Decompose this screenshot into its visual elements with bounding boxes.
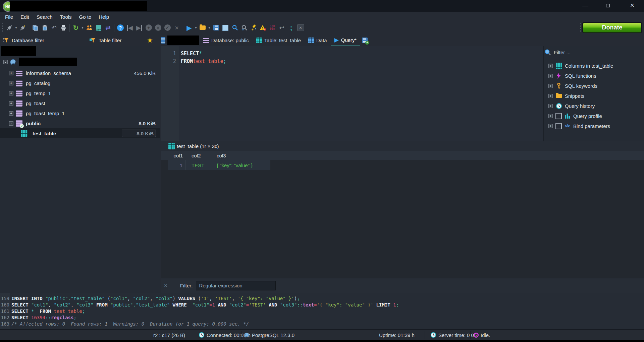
database-filter[interactable]: Database filter	[3, 34, 44, 46]
snippet-button[interactable]	[221, 23, 230, 33]
helper-item-query-history[interactable]: + Query history	[544, 101, 644, 111]
pg-toast-expander[interactable]: +	[9, 101, 13, 106]
clear-query-button[interactable]: ×	[296, 23, 305, 33]
undo-icon: ↶	[51, 25, 56, 31]
restore-button[interactable]	[600, 0, 616, 11]
connection-expander[interactable]: -	[3, 60, 8, 64]
discard-edits-button[interactable]: ×	[172, 23, 181, 33]
tab-query[interactable]: ▶ Query*	[331, 34, 360, 46]
helper-expander[interactable]: +	[548, 94, 553, 98]
binary-view-button[interactable]: 1o001o	[268, 23, 277, 33]
tab-table[interactable]: Table: test_table	[253, 35, 304, 46]
disconnect-button[interactable]	[18, 23, 28, 33]
insert-row-button[interactable]: +	[144, 23, 153, 33]
find-replace-button[interactable]	[239, 23, 249, 33]
menu-search[interactable]: Search	[33, 12, 56, 21]
tab-data[interactable]: Data	[305, 35, 330, 46]
toolbar-grip[interactable]	[1, 23, 4, 32]
donate-grip[interactable]	[579, 23, 582, 32]
tree-row-pg-toast[interactable]: + pg_toast	[0, 98, 160, 108]
column-header-col3[interactable]: col3	[214, 151, 270, 160]
word-wrap-button[interactable]: ↩	[277, 23, 286, 33]
column-header-col1[interactable]: col1	[168, 151, 185, 160]
pg-toast-temp-1-expander[interactable]: +	[9, 111, 13, 116]
delimiter-button[interactable]: ;	[286, 23, 296, 33]
result-row[interactable]: 1 TEST { "key": "value" }	[161, 160, 644, 170]
donate-button[interactable]: Donate	[583, 23, 641, 32]
cancel-editing-button[interactable]: ×	[153, 23, 163, 33]
tree-row-test-table[interactable]: test_table 8.0 KiB	[0, 128, 160, 138]
data-transfer-button[interactable]: ⇄	[103, 23, 113, 33]
open-dropdown-chevron[interactable]: ▾	[207, 26, 211, 29]
user-manager-button[interactable]	[85, 23, 94, 33]
tree-row-pg-catalog[interactable]: + pg_catalog	[0, 78, 160, 88]
export-csv-button[interactable]: CSV	[94, 23, 103, 33]
sql-log-panel[interactable]: 159INSERT INTO "public"."test_table" ("c…	[0, 293, 644, 329]
connect-button[interactable]	[5, 23, 14, 33]
helper-item-sql-keywords[interactable]: + SQL keywords	[544, 81, 644, 90]
query-editor[interactable]: 1 2 SELECT * FROM test_table;	[161, 46, 543, 141]
menu-edit[interactable]: Edit	[17, 12, 33, 21]
helpers-filter-input[interactable]	[553, 49, 622, 56]
save-file-button[interactable]	[211, 23, 221, 33]
menu-file[interactable]: File	[1, 12, 17, 21]
tree-row-information-schema[interactable]: + information_schema 456.0 KiB	[0, 68, 160, 78]
refresh-dropdown-chevron[interactable]: ▾	[80, 26, 85, 29]
helper-expander[interactable]: +	[548, 64, 553, 68]
menu-goto[interactable]: Go to	[75, 12, 95, 21]
helper-expander[interactable]: +	[548, 84, 553, 88]
helper-item-snippets[interactable]: + Snippets	[544, 91, 644, 100]
query-profile-checkbox[interactable]	[555, 113, 562, 119]
helper-expander[interactable]: +	[548, 124, 553, 128]
undo-button[interactable]: ↶	[49, 23, 59, 33]
clear-filter-icon[interactable]: ×	[164, 282, 167, 289]
favorites-star-icon[interactable]: ★	[147, 36, 153, 44]
pg-catalog-expander[interactable]: +	[9, 81, 13, 85]
helper-expander[interactable]: +	[548, 114, 553, 118]
helper-expander[interactable]: +	[548, 104, 553, 108]
minimize-button[interactable]: —	[578, 0, 593, 11]
helper-item-bind-parameters[interactable]: + </> Bind parameters	[544, 121, 644, 131]
tab-database[interactable]: Database: public	[200, 35, 252, 46]
bind-parameters-checkbox[interactable]	[555, 123, 562, 129]
reformat-button[interactable]	[249, 23, 258, 33]
close-button[interactable]: ×	[625, 0, 640, 11]
new-query-tab-button[interactable]: +	[361, 35, 369, 46]
grid-filter-input[interactable]	[196, 281, 276, 290]
tree-row-pg-toast-temp-1[interactable]: + pg_toast_temp_1	[0, 108, 160, 118]
stop-on-errors-button[interactable]	[258, 23, 268, 33]
open-file-button[interactable]	[198, 23, 207, 33]
menu-help[interactable]: Help	[95, 12, 113, 21]
cell-col1[interactable]: 1	[168, 160, 185, 170]
cell-col3[interactable]: { "key": "value" }	[214, 160, 270, 170]
copy-button[interactable]	[31, 23, 40, 33]
run-query-button[interactable]: ▶	[184, 23, 194, 33]
tree-row-pg-temp-1[interactable]: + pg_temp_1	[0, 88, 160, 98]
information-schema-expander[interactable]: +	[9, 71, 13, 75]
public-expander[interactable]: -	[9, 121, 13, 126]
helper-item-sql-functions[interactable]: + SQL functions	[544, 71, 644, 80]
refresh-button[interactable]: ↻	[71, 23, 80, 33]
post-edits-button[interactable]: ✓	[163, 23, 172, 33]
help-button[interactable]: ?	[116, 23, 125, 33]
menu-tools[interactable]: Tools	[56, 12, 75, 21]
run-dropdown-chevron[interactable]: ▾	[194, 26, 198, 29]
tree-row-public[interactable]: - ✓ public 8.0 KiB	[0, 118, 160, 128]
helper-item-columns[interactable]: + Columns in test_table	[544, 61, 644, 70]
redacted-session-tab[interactable]	[167, 36, 199, 45]
connect-dropdown-chevron[interactable]: ▾	[14, 26, 18, 29]
print-button[interactable]	[59, 23, 68, 33]
first-row-button[interactable]: ◀	[125, 23, 135, 33]
result-tab[interactable]: test_table (1r × 3c)	[161, 141, 644, 151]
pg-temp-1-expander[interactable]: +	[9, 91, 13, 95]
helper-expander[interactable]: +	[548, 74, 553, 78]
table-filter[interactable]: Table filter	[90, 34, 121, 46]
cell-col2[interactable]: TEST	[185, 160, 214, 170]
last-row-button[interactable]: ▶	[135, 23, 144, 33]
paste-button[interactable]	[40, 23, 49, 33]
column-header-col2[interactable]: col2	[185, 151, 214, 160]
find-text-button[interactable]	[230, 23, 239, 33]
tree-row-connection[interactable]: -	[0, 57, 160, 67]
helpers-filter[interactable]	[544, 49, 622, 56]
helper-item-query-profile[interactable]: + Query profile	[544, 111, 644, 121]
